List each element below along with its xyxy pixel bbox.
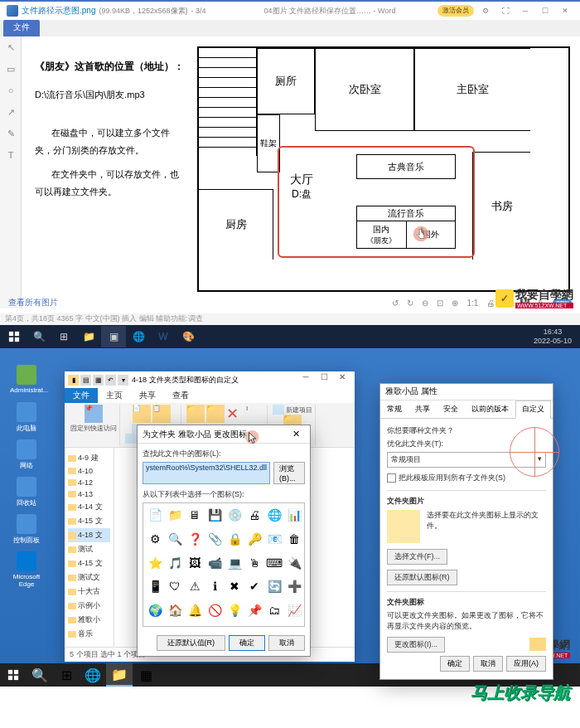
minimize-icon[interactable]: ─ <box>517 5 534 17</box>
tree-item[interactable]: 4-15 文 <box>68 556 110 570</box>
icon-option[interactable]: 💿 <box>226 507 243 523</box>
copyto-icon[interactable]: 📁 <box>206 405 225 423</box>
rotate-left-icon[interactable]: ↺ <box>392 298 399 308</box>
circle-tool-icon[interactable]: ○ <box>0 80 22 101</box>
tab-view[interactable]: 查看 <box>164 388 197 403</box>
icon-path-input[interactable]: ystemRoot%\System32\SHELL32.dll <box>143 462 270 484</box>
arrow-tool-icon[interactable]: ↗ <box>0 101 22 123</box>
new-icon[interactable]: ▦ <box>93 375 104 386</box>
desktop-icon-admin[interactable]: Administrat... <box>10 365 43 394</box>
print-icon[interactable]: 🖨 <box>486 298 495 308</box>
tree-item[interactable]: 4-9 建 <box>68 451 110 465</box>
tree-item[interactable]: 4-12 <box>68 477 110 488</box>
icon-option[interactable]: 📎 <box>206 531 223 547</box>
apply-template-checkbox[interactable]: 把此模板应用到所有子文件夹(S) <box>387 473 546 483</box>
ok-button[interactable]: 确定 <box>440 656 470 672</box>
icon-option[interactable]: 🔑 <box>246 531 263 547</box>
icon-option[interactable]: 💾 <box>206 507 223 523</box>
tree-item[interactable]: 4-15 文 <box>68 514 110 528</box>
tree-item[interactable]: 测试 <box>68 542 110 556</box>
icon-option[interactable]: 🖼 <box>186 555 203 571</box>
close-icon[interactable]: ✕ <box>557 5 573 17</box>
word-icon[interactable]: W <box>151 326 176 347</box>
icon-option[interactable]: 📌 <box>246 602 263 619</box>
icon-option[interactable]: ℹ <box>206 578 223 595</box>
icon-option[interactable]: 📊 <box>286 507 302 523</box>
icon-option[interactable]: 🌐 <box>266 507 283 523</box>
icon-option[interactable]: 🖨 <box>246 507 263 523</box>
tab-share[interactable]: 共享 <box>131 388 164 403</box>
desktop-icon-control[interactable]: 控制面板 <box>10 514 43 545</box>
copy-icon[interactable]: 📄 <box>133 405 151 423</box>
close-icon[interactable]: ✕ <box>333 372 351 387</box>
settings-icon[interactable]: ⚙ <box>477 5 494 17</box>
premium-badge[interactable]: 激活会员 <box>437 5 474 17</box>
pen-tool-icon[interactable]: ✎ <box>0 123 22 144</box>
icon-option[interactable]: ⭐ <box>147 555 163 571</box>
browser-icon[interactable]: 🌐 <box>126 326 151 347</box>
zoom-out-icon[interactable]: ⊖ <box>422 298 428 308</box>
icon-option[interactable]: 🔌 <box>286 555 302 571</box>
zoom-fit-icon[interactable]: ⊡ <box>437 298 443 308</box>
new-item-icon[interactable] <box>273 405 284 415</box>
text-tool-icon[interactable]: T <box>0 144 22 166</box>
tree-item[interactable]: 4-14 文 <box>68 500 110 514</box>
delete-icon[interactable]: ✕ <box>226 405 244 423</box>
icon-option[interactable]: 🔒 <box>226 531 243 547</box>
icon-option[interactable]: 💻 <box>226 555 243 571</box>
icon-grid[interactable]: 📄 📁 🖥 💾 💿 🖨 🌐 📊 ⚙ 🔍 ❓ 📎 🔒 🔑 📧 🗑 ⭐ 🎵 🖼 <box>143 502 305 627</box>
tab-file[interactable]: 文件 <box>65 388 98 403</box>
icon-option[interactable]: 📄 <box>147 507 163 523</box>
move-icon[interactable]: 📁 <box>186 405 205 423</box>
file-tab[interactable]: 文件 <box>3 20 40 36</box>
search-icon[interactable]: 🔍 <box>27 326 51 347</box>
rect-tool-icon[interactable]: ▭ <box>0 58 22 80</box>
maximize-icon[interactable]: ☐ <box>537 5 553 17</box>
desktop-icon-pc[interactable]: 此电脑 <box>10 402 43 433</box>
icon-option[interactable]: 🗂 <box>266 602 283 619</box>
tab-share[interactable]: 共享 <box>408 400 437 418</box>
icon-option[interactable]: 🚫 <box>206 602 223 619</box>
tree-item[interactable]: 雅歌小 <box>68 613 110 627</box>
explorer-icon[interactable]: 📁 <box>76 326 101 347</box>
clock[interactable]: 16:43 2022-05-10 <box>534 328 578 346</box>
rename-icon[interactable]: I <box>246 405 264 423</box>
tree-item[interactable]: 音乐 <box>68 627 110 641</box>
tab-prev[interactable]: 以前的版本 <box>465 400 515 418</box>
task-view-icon[interactable]: ⊞ <box>51 326 76 347</box>
icon-option[interactable]: 🔄 <box>266 578 283 595</box>
paint-icon[interactable]: 🎨 <box>176 326 201 347</box>
icon-option[interactable]: 🔔 <box>186 602 203 619</box>
icon-option[interactable]: ❓ <box>186 531 203 547</box>
zoom-in-icon[interactable]: ⊕ <box>452 298 458 308</box>
icon-option[interactable]: ✖ <box>226 578 243 595</box>
icon-option[interactable]: 📹 <box>206 555 223 571</box>
icon-option[interactable]: ⚙ <box>147 531 163 547</box>
icon-option[interactable]: 💡 <box>226 602 243 619</box>
icon-option[interactable]: 🎵 <box>167 555 183 571</box>
ok-button[interactable]: 确定 <box>229 635 265 651</box>
tab-home[interactable]: 主页 <box>98 388 131 403</box>
tab-security[interactable]: 安全 <box>437 400 465 418</box>
icon-option[interactable]: ⚠ <box>186 578 203 595</box>
icon-option[interactable]: 📱 <box>147 578 163 595</box>
tree-item[interactable]: 4-13 <box>68 488 110 500</box>
cancel-button[interactable]: 取消 <box>473 656 503 672</box>
icon-option[interactable]: ⌨ <box>266 555 283 571</box>
undo-icon[interactable]: ↶ <box>105 375 116 386</box>
paste-icon[interactable]: 📋 <box>152 405 171 423</box>
tree-item[interactable]: 4-18 文 <box>68 528 110 542</box>
pointer-tool-icon[interactable]: ↖ <box>0 36 22 58</box>
icon-option[interactable]: 📈 <box>286 602 302 619</box>
shortcut-icon[interactable] <box>125 434 137 444</box>
fullscreen-icon[interactable]: ⛶ <box>497 5 514 17</box>
cancel-button[interactable]: 取消 <box>268 635 305 651</box>
restore-button[interactable]: 还原默认值(R) <box>157 635 226 651</box>
start-button[interactable] <box>2 326 27 347</box>
choose-file-button[interactable]: 选择文件(F)... <box>387 549 447 565</box>
actual-size-icon[interactable]: 1:1 <box>466 298 478 308</box>
close-icon[interactable]: ✕ <box>287 429 305 439</box>
tab-customize[interactable]: 自定义 <box>515 400 551 419</box>
icon-option[interactable]: 🏠 <box>167 602 183 619</box>
tree-item[interactable]: 测试文 <box>68 570 110 585</box>
